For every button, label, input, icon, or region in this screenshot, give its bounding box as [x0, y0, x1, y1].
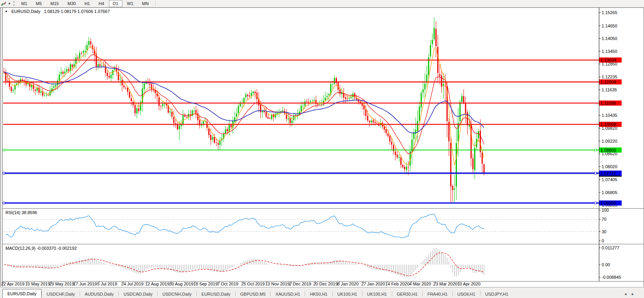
svg-text:1.09220: 1.09220: [602, 139, 617, 144]
svg-text:10 Apr 2020: 10 Apr 2020: [457, 282, 480, 286]
svg-text:24 Jul 2019: 24 Jul 2019: [121, 282, 144, 286]
svg-text:1.06306: 1.06306: [600, 201, 616, 205]
macd-label: MACD(12,26,9) -0.003370 -0.002192: [5, 246, 77, 251]
line-handle[interactable]: [595, 172, 597, 174]
svg-text:18 Sep 2019: 18 Sep 2019: [193, 282, 218, 286]
rsi-label: RSI(14) 38.8596: [5, 210, 37, 215]
level-lines-layer: [3, 60, 599, 204]
svg-text:27 Jan 2020: 27 Jan 2020: [361, 282, 385, 286]
chart-ohlc-quotes: 1.08129 1.08179 1.07606 1.07667: [44, 9, 110, 14]
svg-text:8 Jan 2020: 8 Jan 2020: [337, 282, 358, 286]
svg-text:10 May 2019: 10 May 2019: [25, 282, 50, 286]
window-menu-icon[interactable]: ▼: [5, 10, 8, 13]
svg-text:1.13450: 1.13450: [602, 49, 617, 54]
svg-text:5 Jul 2019: 5 Jul 2019: [97, 282, 117, 286]
svg-text:1.07712: 1.07712: [600, 171, 616, 176]
svg-text:1.08800: 1.08800: [600, 148, 616, 153]
svg-text:30 Aug 2019: 30 Aug 2019: [169, 282, 193, 286]
svg-text:1.11635: 1.11635: [602, 87, 617, 92]
svg-text:20 Dec 2019: 20 Dec 2019: [313, 282, 338, 286]
svg-text:13 Nov 2019: 13 Nov 2019: [265, 282, 289, 286]
svg-text:23 Mar 2020: 23 Mar 2020: [433, 282, 458, 286]
mt4-terminal: { "toolbar": { "timeframes": ["M1","M5",…: [0, 0, 644, 298]
svg-text:1.06805: 1.06805: [602, 190, 617, 195]
svg-text:1.14650: 1.14650: [602, 24, 617, 28]
svg-text:22 Apr 2019: 22 Apr 2019: [1, 282, 24, 286]
svg-text:1.10008: 1.10008: [600, 122, 616, 127]
svg-text:29 May 2019: 29 May 2019: [49, 282, 74, 286]
price-axis[interactable]: 1.152651.146501.140501.134501.128501.122…: [599, 10, 622, 207]
chart-symbol-label: EURUSD,Daily: [11, 9, 40, 14]
line-handle[interactable]: [3, 149, 5, 151]
line-handle[interactable]: [3, 172, 5, 174]
svg-text:4 Mar 2020: 4 Mar 2020: [409, 282, 431, 286]
rsi-line: [6, 214, 484, 238]
line-handle[interactable]: [595, 202, 597, 204]
svg-text:100: 100: [602, 208, 609, 213]
svg-text:0.00: 0.00: [602, 262, 610, 267]
svg-text:1.12235: 1.12235: [602, 74, 617, 79]
svg-text:1.12004: 1.12004: [600, 80, 616, 84]
candles-layer: [4, 17, 485, 204]
svg-text:-0.008845: -0.008845: [602, 275, 621, 280]
rsi-panel: 10070300: [3, 208, 609, 243]
line-handle[interactable]: [595, 149, 597, 151]
svg-text:7 Oct 2019: 7 Oct 2019: [217, 282, 238, 286]
svg-text:30: 30: [602, 229, 606, 234]
svg-text:17 Jun 2019: 17 Jun 2019: [73, 282, 97, 286]
svg-text:1.14050: 1.14050: [602, 36, 617, 41]
chart-title: ▼ EURUSD,Daily 1.08129 1.08179 1.07606 1…: [5, 9, 110, 14]
svg-text:12 Aug 2019: 12 Aug 2019: [145, 282, 169, 286]
chart-canvas[interactable]: 1.152651.146501.140501.134501.128501.122…: [0, 0, 644, 298]
svg-text:1.07405: 1.07405: [602, 177, 617, 182]
svg-text:1.11009: 1.11009: [600, 101, 616, 105]
svg-text:1.10435: 1.10435: [602, 113, 617, 118]
line-handle[interactable]: [3, 202, 5, 204]
svg-text:70: 70: [602, 217, 606, 222]
svg-text:1.15265: 1.15265: [602, 10, 617, 15]
macd-panel: 0.0112770.00-0.008845: [4, 245, 621, 280]
svg-text:25 Oct 2019: 25 Oct 2019: [241, 282, 265, 286]
date-axis[interactable]: 22 Apr 201910 May 201929 May 201917 Jun …: [1, 282, 480, 287]
svg-text:0: 0: [602, 238, 604, 243]
svg-text:14 Feb 2020: 14 Feb 2020: [385, 282, 409, 286]
svg-text:1.13034: 1.13034: [600, 58, 616, 62]
svg-text:1.08020: 1.08020: [602, 164, 617, 169]
svg-text:2 Dec 2019: 2 Dec 2019: [289, 282, 311, 286]
svg-text:0.011277: 0.011277: [602, 245, 619, 250]
